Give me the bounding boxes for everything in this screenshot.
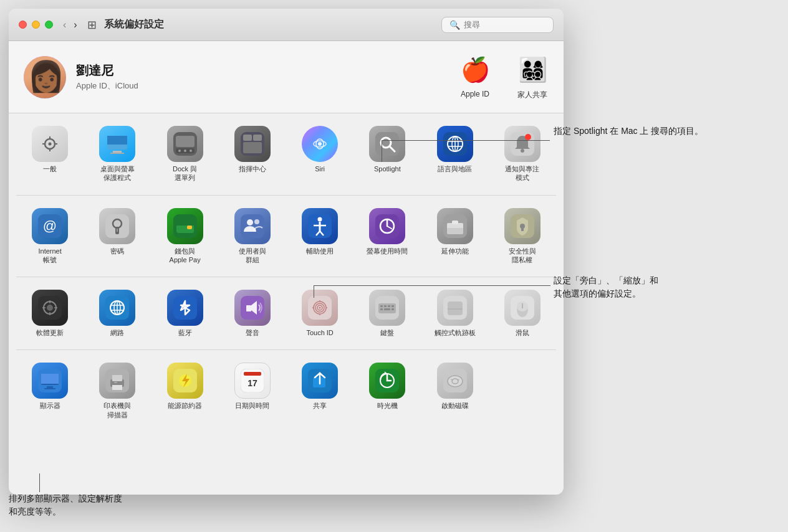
nav-arrows: ‹ ›	[60, 18, 80, 32]
desktop-icon	[99, 126, 135, 162]
icon-extensions[interactable]: 延伸功能	[421, 201, 489, 272]
icon-general[interactable]: 一般	[16, 118, 84, 190]
svg-rect-10	[110, 153, 124, 154]
titlebar: ‹ › ⊞ 系統偏好設定 🔍	[9, 9, 564, 41]
spotlight-icon	[369, 126, 405, 162]
icon-timemachine[interactable]: 時光機	[353, 355, 421, 427]
svg-rect-42	[117, 229, 118, 232]
search-box[interactable]: 🔍	[441, 17, 554, 33]
icon-display[interactable]: 顯示器	[16, 355, 84, 427]
svg-rect-97	[384, 305, 387, 307]
svg-text:17: 17	[247, 378, 257, 388]
display-callout: 排列多部顯示器、設定解析度和亮度等等。	[9, 492, 122, 518]
accessibility-label: 輔助使用	[306, 247, 334, 255]
svg-rect-45	[176, 222, 194, 226]
icon-trackpad[interactable]: 觸控式軌跡板	[421, 282, 489, 344]
notifications-icon	[504, 126, 541, 162]
icons-row-4: 顯示器 印表機與掃描器 能源節約器 17 日期與時間 共享	[9, 350, 564, 432]
apple-id-icon: 🍎	[459, 54, 491, 86]
icon-sharing[interactable]: 共享	[286, 355, 353, 427]
icon-spotlight[interactable]: Spotlight	[353, 118, 421, 190]
icon-desktop[interactable]: 桌面與螢幕保護程式	[84, 118, 151, 190]
icon-missioncontrol[interactable]: 指揮中心	[219, 118, 286, 190]
accessibility-callout-line-h	[314, 285, 550, 286]
svg-point-16	[190, 150, 192, 152]
user-name: 劉達尼	[76, 62, 138, 79]
accessibility-callout-line-v	[314, 285, 314, 298]
family-sharing-button[interactable]: 👨‍👩‍👧‍👦 家人共享	[516, 54, 549, 100]
svg-rect-118	[112, 385, 122, 390]
svg-rect-8	[107, 136, 127, 145]
search-input[interactable]	[464, 20, 551, 29]
maximize-button[interactable]	[45, 21, 53, 29]
icon-mouse[interactable]: 滑鼠	[489, 282, 556, 344]
icon-accessibility[interactable]: 輔助使用	[286, 201, 353, 272]
grid-icon[interactable]: ⊞	[87, 18, 97, 32]
extensions-icon	[437, 208, 473, 244]
missioncontrol-icon	[234, 126, 271, 162]
family-sharing-icon: 👨‍👩‍👧‍👦	[516, 54, 549, 86]
svg-point-89	[319, 307, 321, 309]
timemachine-label: 時光機	[377, 401, 398, 410]
sound-label: 聲音	[246, 328, 259, 337]
icon-network[interactable]: 網路	[84, 282, 151, 344]
internet-label: Internet帳號	[38, 247, 61, 265]
sharing-label: 共享	[313, 401, 327, 410]
icon-datetime[interactable]: 17 日期與時間	[219, 355, 286, 427]
forward-arrow[interactable]: ›	[71, 18, 79, 32]
svg-rect-18	[243, 135, 252, 141]
svg-rect-119	[114, 382, 117, 383]
apple-id-button[interactable]: 🍎 Apple ID	[459, 54, 491, 100]
icon-energy[interactable]: 能源節約器	[151, 355, 219, 427]
icon-sound[interactable]: 聲音	[219, 282, 286, 344]
icon-startup[interactable]: 啟動磁碟	[421, 355, 489, 427]
icon-dock[interactable]: Dock 與選單列	[151, 118, 219, 190]
svg-rect-112	[41, 374, 59, 384]
icon-siri[interactable]: Siri	[286, 118, 353, 190]
svg-rect-102	[392, 308, 394, 310]
main-window: ‹ › ⊞ 系統偏好設定 🔍 劉達尼 Apple ID、iCloud 🍎 App…	[9, 9, 564, 495]
dock-icon	[167, 126, 203, 162]
icon-passwords[interactable]: 密碼	[84, 201, 151, 272]
icon-notifications[interactable]: 通知與專注模式	[489, 118, 556, 190]
icon-internet[interactable]: @ Internet帳號	[16, 201, 84, 272]
mouse-label: 滑鼠	[516, 328, 529, 337]
wallet-icon	[167, 208, 203, 244]
icon-language[interactable]: 語言與地區	[421, 118, 489, 190]
svg-rect-117	[112, 375, 122, 381]
trackpad-label: 觸控式軌跡板	[435, 328, 476, 337]
svg-point-48	[247, 219, 253, 226]
icon-bluetooth[interactable]: 藍牙	[151, 282, 219, 344]
close-button[interactable]	[19, 21, 27, 29]
bluetooth-icon	[167, 290, 203, 326]
icon-wallet[interactable]: 錢包與Apple Pay	[151, 201, 219, 272]
svg-point-36	[525, 134, 531, 140]
passwords-label: 密碼	[110, 247, 124, 255]
svg-point-14	[178, 150, 181, 152]
svg-rect-64	[454, 228, 463, 234]
startup-icon	[437, 363, 473, 399]
avatar	[24, 56, 66, 98]
spotlight-callout-line-v	[382, 140, 382, 162]
icon-printer[interactable]: 印表機與掃描器	[84, 355, 151, 427]
icon-screentime[interactable]: 螢幕使用時間	[353, 201, 421, 272]
minimize-button[interactable]	[32, 21, 40, 29]
svg-point-23	[318, 142, 322, 146]
missioncontrol-label: 指揮中心	[239, 164, 266, 173]
icon-keyboard[interactable]: 鍵盤	[353, 282, 421, 344]
desktop-label: 桌面與螢幕保護程式	[100, 164, 135, 183]
svg-rect-47	[241, 214, 264, 238]
icon-touchid[interactable]: Touch ID	[286, 282, 353, 344]
back-arrow[interactable]: ‹	[60, 18, 69, 32]
svg-rect-104	[448, 302, 463, 315]
svg-rect-65	[452, 221, 458, 224]
icon-software[interactable]: 軟體更新	[16, 282, 84, 344]
energy-icon	[167, 363, 203, 399]
svg-rect-24	[375, 132, 399, 156]
icon-users[interactable]: 使用者與群組	[219, 201, 286, 272]
software-label: 軟體更新	[36, 328, 64, 337]
keyboard-label: 鍵盤	[380, 328, 394, 337]
general-label: 一般	[43, 164, 57, 173]
icon-security[interactable]: 安全性與隱私權	[489, 201, 556, 272]
security-icon	[504, 208, 541, 244]
